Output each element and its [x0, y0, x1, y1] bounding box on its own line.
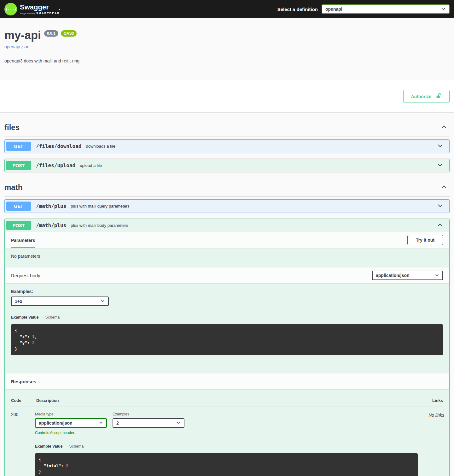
- media-type-label: Media type: [35, 412, 107, 416]
- brand-name: Swagger: [20, 4, 60, 11]
- chevron-up-icon: [441, 184, 447, 191]
- authorize-button[interactable]: Authorize: [403, 90, 450, 103]
- select-definition-label: Select a definition: [277, 7, 318, 12]
- description-column-header: Description: [36, 398, 416, 403]
- description-text-before: openapi3 docs with: [4, 58, 44, 63]
- response-model-tabs: Example Value Schema: [35, 444, 418, 449]
- expand-operation-button[interactable]: [434, 201, 446, 211]
- tab-schema[interactable]: Schema: [69, 444, 84, 449]
- op-summary[interactable]: GET /math/plus plus with malli query par…: [5, 200, 449, 213]
- chevron-down-icon: [437, 203, 443, 210]
- op-path: /files/upload: [36, 162, 75, 168]
- request-body-header: Request body application/json: [5, 267, 449, 283]
- smartbear-brand: SMARTBEAR: [36, 12, 60, 15]
- response-media-type-value: application/json: [39, 420, 73, 426]
- spec-link[interactable]: openapi.json: [4, 44, 29, 49]
- op-summary-description: plus with malli query parameters: [71, 204, 129, 209]
- tag-header-files[interactable]: files: [4, 120, 450, 137]
- responses-label: Responses: [11, 379, 36, 384]
- api-description: openapi3 docs with malli and reitit-ring: [4, 58, 450, 63]
- operations-wrapper: files GET /files/download downloads a fi…: [0, 120, 454, 476]
- expand-operation-button[interactable]: [434, 161, 446, 170]
- tab-example-value[interactable]: Example Value: [11, 315, 39, 320]
- parameters-header: Parameters Try it out: [5, 232, 449, 248]
- oas3-badge: OAS3: [61, 30, 77, 37]
- response-controls: Media type application/json Examples: [35, 412, 418, 428]
- chevron-down-icon: [435, 273, 439, 278]
- swagger-logo[interactable]: {···} Swagger Supported by SMARTBEAR: [4, 3, 60, 15]
- controls-accept-header-note: Controls Accept header.: [35, 431, 418, 435]
- swagger-logo-icon: {···}: [4, 3, 17, 15]
- model-tabs: Example Value Schema: [11, 315, 443, 320]
- response-examples-label: Examples: [113, 412, 184, 416]
- tab-parameters[interactable]: Parameters: [11, 232, 35, 248]
- scheme-container: Authorize: [0, 80, 454, 112]
- responses-header: Responses: [5, 373, 449, 389]
- response-media-type-select[interactable]: application/json: [35, 418, 107, 428]
- description-text-after: and reitit-ring: [53, 58, 80, 63]
- request-media-type-value: application/json: [376, 273, 410, 278]
- request-media-type-select[interactable]: application/json: [372, 271, 443, 280]
- op-summary-description: plus with malli body parameters: [71, 223, 128, 228]
- chevron-down-icon: [441, 6, 446, 12]
- definition-select[interactable]: openapi: [322, 4, 450, 14]
- expand-operation-button[interactable]: [434, 141, 446, 151]
- brand-text: Swagger Supported by SMARTBEAR: [20, 4, 60, 15]
- response-examples-control: Examples 2: [113, 412, 184, 428]
- tab-separator: [66, 444, 66, 449]
- chevron-down-icon: [437, 143, 443, 150]
- api-badges: 0.0.1 OAS3: [44, 30, 77, 37]
- op-path: /math/plus: [36, 203, 66, 209]
- api-title-text: my-api: [4, 30, 41, 41]
- responses-section: Code Description Links 200 Media type ap…: [5, 389, 449, 476]
- response-row-200: 200 Media type application/json: [10, 407, 444, 476]
- tag-header-math[interactable]: math: [4, 180, 450, 197]
- chevron-up-icon: [441, 124, 447, 131]
- op-summary[interactable]: POST /math/plus plus with malli body par…: [5, 219, 449, 232]
- responses-table-header: Code Description Links: [10, 394, 444, 407]
- collapse-files-button[interactable]: [438, 122, 450, 132]
- request-example-json: { "x": 1, "y": 2 }: [11, 324, 443, 355]
- malli-link[interactable]: malli: [44, 58, 53, 63]
- response-example-select[interactable]: 2: [113, 418, 184, 428]
- opblock-post-math-plus-expanded: POST /math/plus plus with malli body par…: [4, 219, 450, 476]
- op-summary-description: upload a file: [80, 163, 102, 168]
- page-title: my-api 0.0.1 OAS3: [4, 30, 450, 41]
- code-column-header: Code: [11, 398, 36, 403]
- examples-label: Examples:: [11, 289, 443, 294]
- request-example-select[interactable]: 1+2: [11, 297, 109, 306]
- op-summary-description: downloads a file: [86, 144, 115, 149]
- request-example-value: 1+2: [15, 299, 22, 304]
- op-path: /math/plus: [36, 222, 66, 228]
- chevron-up-icon: [437, 222, 443, 229]
- op-path: /files/download: [36, 143, 82, 149]
- brand-subtitle: Supported by SMARTBEAR: [20, 12, 60, 15]
- method-badge-post: POST: [6, 221, 31, 230]
- authorize-label: Authorize: [411, 94, 431, 99]
- tag-section-math: math GET /math/plus plus with malli quer…: [4, 180, 450, 476]
- media-type-control: Media type application/json: [35, 412, 107, 428]
- op-summary[interactable]: POST /files/upload upload a file: [5, 159, 449, 172]
- tag-section-files: files GET /files/download downloads a fi…: [4, 120, 450, 172]
- tag-name-files: files: [4, 123, 20, 132]
- tab-example-value[interactable]: Example Value: [35, 444, 63, 449]
- response-description-cell: Media type application/json Examples: [35, 412, 418, 476]
- no-parameters-text: No parameters: [5, 248, 449, 267]
- chevron-down-icon: [437, 162, 443, 169]
- request-body-section: Examples: 1+2 Example Value Schema { "x"…: [5, 283, 449, 373]
- collapse-math-button[interactable]: [438, 182, 450, 192]
- chevron-down-icon: [99, 420, 103, 426]
- response-example-value: 2: [116, 420, 119, 426]
- links-column-header: Links: [416, 398, 443, 403]
- response-status-code: 200: [10, 412, 35, 417]
- response-links-cell: No links: [418, 412, 444, 418]
- op-summary[interactable]: GET /files/download downloads a file: [5, 140, 449, 153]
- version-badge: 0.0.1: [44, 30, 58, 37]
- try-it-out-button[interactable]: Try it out: [407, 235, 443, 245]
- chevron-down-icon: [176, 420, 181, 426]
- definition-selector: Select a definition openapi: [277, 4, 450, 14]
- method-badge-get: GET: [6, 202, 31, 211]
- response-example-json: { "total": 2 }: [35, 453, 418, 476]
- collapse-operation-button[interactable]: [434, 220, 446, 230]
- tab-schema[interactable]: Schema: [45, 315, 60, 320]
